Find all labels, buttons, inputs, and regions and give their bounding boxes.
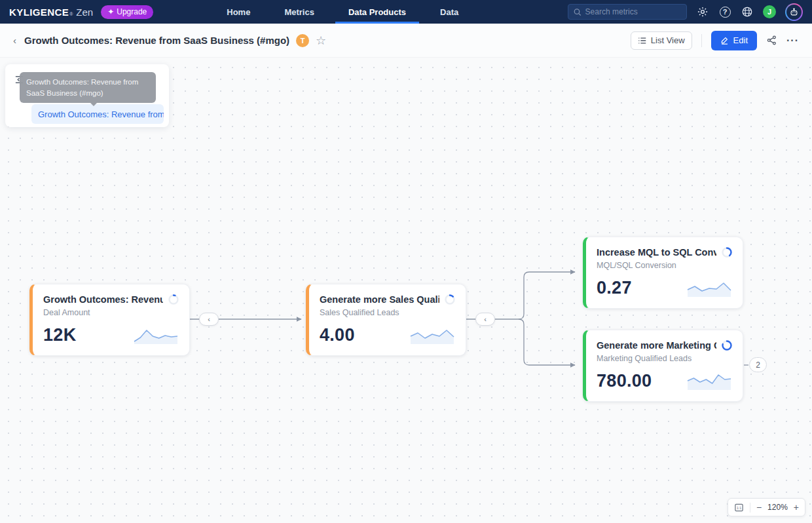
nav-item-metrics[interactable]: Metrics	[267, 0, 331, 24]
card-metric-name: Sales Qualified Leads	[320, 308, 455, 317]
robot-icon	[789, 7, 799, 17]
page-title: Growth Outcomes: Revenue from SaaS Busin…	[24, 35, 289, 46]
collapse-branch-button[interactable]: ‹	[199, 313, 219, 326]
page-header: ‹ Growth Outcomes: Revenue from SaaS Bus…	[0, 24, 812, 58]
search-input[interactable]	[585, 7, 681, 16]
collapsed-children-badge[interactable]: 2	[749, 357, 767, 372]
kyligence-logo[interactable]: KYLIGENCE® Zen	[9, 7, 93, 18]
zoom-in-button[interactable]: +	[794, 503, 799, 512]
metric-card-revenue[interactable]: Growth Outcomes: Revenue f... Deal Amoun…	[29, 284, 190, 356]
tree-item-tooltip: Growth Outcomes: Revenue from SaaS Busin…	[20, 72, 156, 103]
nav-item-home[interactable]: Home	[210, 0, 267, 24]
primary-nav: Home Metrics Data Products Data	[210, 0, 475, 24]
zoom-level: 120%	[767, 503, 788, 512]
card-metric-name: Deal Amount	[43, 308, 179, 317]
card-title: Growth Outcomes: Revenue f...	[43, 294, 163, 305]
fit-to-screen-icon[interactable]: 1:1	[734, 503, 744, 513]
card-title: Increase MQL to SQL Convers...	[597, 247, 716, 258]
progress-ring-icon	[168, 294, 179, 305]
card-value: 4.00	[320, 325, 355, 345]
zoom-toolbar: 1:1 − 120% +	[728, 498, 805, 516]
progress-ring-icon	[722, 340, 732, 351]
user-avatar[interactable]: J	[763, 5, 776, 18]
card-value: 780.00	[597, 371, 652, 391]
globe-icon[interactable]	[741, 5, 754, 18]
help-icon[interactable]: ?	[718, 5, 731, 18]
more-options-button[interactable]: ···	[786, 35, 799, 47]
settings-gear-icon[interactable]	[696, 5, 709, 18]
search-box[interactable]	[568, 4, 687, 20]
divider	[701, 34, 702, 47]
svg-text:1:1: 1:1	[737, 505, 741, 509]
divider	[750, 503, 750, 513]
metric-card-mql[interactable]: Generate more Marketing Qu... Marketing …	[583, 330, 743, 402]
metric-tree-canvas[interactable]: Growth Outcomes: Revenue from Saa... Gro…	[0, 58, 812, 523]
registered-mark: ®	[69, 12, 73, 16]
list-view-button[interactable]: List View	[631, 31, 692, 50]
search-icon	[574, 8, 581, 16]
ai-assistant-button[interactable]	[785, 3, 803, 21]
sparkline-chart	[133, 327, 179, 345]
sparkles-icon: ✦	[107, 7, 114, 16]
upgrade-button[interactable]: ✦ Upgrade	[101, 5, 153, 19]
card-value: 12K	[43, 325, 76, 345]
share-icon[interactable]	[766, 35, 777, 46]
card-title: Generate more Sales Qualifie...	[320, 294, 439, 305]
brand-name: KYLIGENCE	[9, 7, 69, 18]
metric-card-conversion[interactable]: Increase MQL to SQL Convers... MQL/SQL C…	[583, 237, 743, 309]
favorite-star-icon[interactable]: ☆	[316, 33, 326, 48]
progress-ring-icon	[722, 247, 732, 258]
upgrade-label: Upgrade	[117, 7, 147, 16]
owner-badge: T	[296, 34, 309, 47]
list-view-label: List View	[651, 35, 685, 45]
list-view-icon	[638, 36, 647, 45]
card-metric-name: MQL/SQL Conversion	[597, 261, 732, 270]
nav-item-data-products[interactable]: Data Products	[331, 0, 423, 24]
sparkline-chart	[686, 280, 732, 298]
nav-item-data[interactable]: Data	[423, 0, 475, 24]
metric-card-sql[interactable]: Generate more Sales Qualifie... Sales Qu…	[306, 284, 466, 356]
card-value: 0.27	[597, 278, 632, 298]
collapse-branch-button[interactable]: ‹	[475, 313, 495, 326]
zoom-out-button[interactable]: −	[756, 503, 762, 512]
back-button[interactable]: ‹	[13, 35, 16, 46]
tree-item-selected[interactable]: Growth Outcomes: Revenue from Saa...	[31, 104, 164, 124]
top-navbar: KYLIGENCE® Zen ✦ Upgrade Home Metrics Da…	[0, 0, 812, 24]
progress-ring-icon	[445, 294, 455, 305]
card-metric-name: Marketing Qualified Leads	[597, 354, 732, 363]
pencil-icon	[720, 36, 729, 45]
brand-product: Zen	[76, 7, 93, 18]
edit-button[interactable]: Edit	[711, 31, 757, 50]
card-title: Generate more Marketing Qu...	[597, 340, 716, 351]
sparkline-chart	[409, 327, 455, 345]
edit-label: Edit	[733, 35, 748, 45]
tree-navigator-panel: Growth Outcomes: Revenue from Saa... Gro…	[5, 64, 169, 127]
sparkline-chart	[686, 373, 732, 391]
